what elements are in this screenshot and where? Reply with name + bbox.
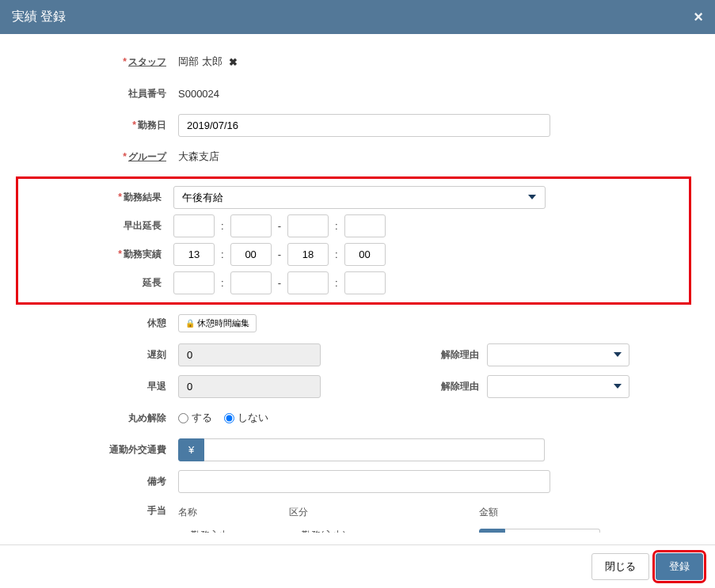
highlight-box: *勤務結果 午後有給 早出延長 : - : *勤務実績 : - — [16, 176, 691, 305]
employee-no-label: 社員番号 — [24, 87, 178, 101]
staff-remove-icon[interactable]: ✖ — [229, 56, 238, 68]
rounding-yes-item[interactable]: する — [178, 411, 212, 425]
employee-no-value: S000024 — [178, 85, 219, 103]
ext-end-min[interactable] — [344, 271, 386, 294]
actual-label: 勤務実績 — [124, 248, 162, 260]
allowance-cat-value: 勤務(入力) — [289, 529, 479, 533]
close-icon[interactable]: × — [694, 8, 703, 26]
early-ext-start-hour[interactable] — [173, 214, 215, 237]
yen-icon: ¥ — [479, 529, 505, 533]
work-result-select[interactable]: 午後有給 — [173, 186, 546, 209]
ext-end-hour[interactable] — [287, 271, 329, 294]
allowance-amount-input[interactable] — [505, 529, 600, 533]
allowance-label: 手当 — [24, 501, 178, 518]
commute-input[interactable] — [204, 438, 545, 461]
remarks-input[interactable] — [178, 470, 550, 493]
modal-body: *スタッフ 岡部 太郎 ✖ 社員番号 S000024 *勤務日 *グループ 大森… — [0, 34, 715, 533]
staff-value: 岡部 太郎 — [178, 51, 222, 72]
actual-end-min[interactable] — [344, 243, 386, 266]
submit-button[interactable]: 登録 — [656, 553, 703, 580]
late-label: 遅刻 — [24, 348, 178, 362]
group-label[interactable]: グループ — [128, 151, 166, 162]
close-button[interactable]: 閉じる — [591, 553, 649, 580]
early-leave-cancel-reason-select[interactable] — [487, 375, 629, 398]
lock-icon — [185, 318, 195, 328]
early-leave-cancel-reason-label: 解除理由 — [432, 380, 479, 393]
ext-start-min[interactable] — [230, 271, 272, 294]
ext-label: 延長 — [23, 276, 173, 290]
modal-footer: 閉じる 登録 — [0, 544, 715, 588]
early-ext-label: 早出延長 — [23, 219, 173, 233]
allowance-name-value: 勤務入力 — [178, 529, 289, 533]
early-ext-start-min[interactable] — [230, 214, 272, 237]
allowance-cat-header: 区分 — [289, 506, 479, 519]
actual-start-min[interactable] — [230, 243, 272, 266]
break-edit-button[interactable]: 休憩時間編集 — [178, 314, 257, 332]
early-leave-input[interactable] — [178, 375, 321, 398]
rounding-yes-radio[interactable] — [178, 413, 188, 423]
rounding-label: 丸め解除 — [24, 412, 178, 425]
group-value: 大森支店 — [178, 146, 219, 167]
allowance-amount-header: 金額 — [479, 506, 691, 519]
actual-start-hour[interactable] — [173, 243, 215, 266]
staff-label[interactable]: スタッフ — [128, 56, 166, 67]
rounding-no-radio[interactable] — [224, 413, 234, 423]
early-leave-label: 早退 — [24, 380, 178, 393]
late-cancel-reason-select[interactable] — [487, 343, 629, 366]
early-ext-end-hour[interactable] — [287, 214, 329, 237]
modal-header: 実績 登録 × — [0, 0, 715, 34]
work-result-label: 勤務結果 — [124, 192, 162, 203]
break-label: 休憩 — [24, 317, 178, 330]
remarks-label: 備考 — [24, 475, 178, 488]
work-date-label: 勤務日 — [138, 119, 166, 131]
modal-title: 実績 登録 — [12, 9, 66, 25]
early-ext-end-min[interactable] — [344, 214, 386, 237]
ext-start-hour[interactable] — [173, 271, 215, 294]
yen-icon: ¥ — [178, 438, 204, 461]
allowance-name-header: 名称 — [178, 506, 289, 519]
rounding-no-item[interactable]: しない — [224, 411, 268, 425]
actual-end-hour[interactable] — [287, 243, 329, 266]
work-date-input[interactable] — [178, 114, 550, 137]
late-cancel-reason-label: 解除理由 — [432, 348, 479, 362]
commute-label: 通勤外交通費 — [24, 443, 178, 457]
late-input[interactable] — [178, 343, 321, 366]
